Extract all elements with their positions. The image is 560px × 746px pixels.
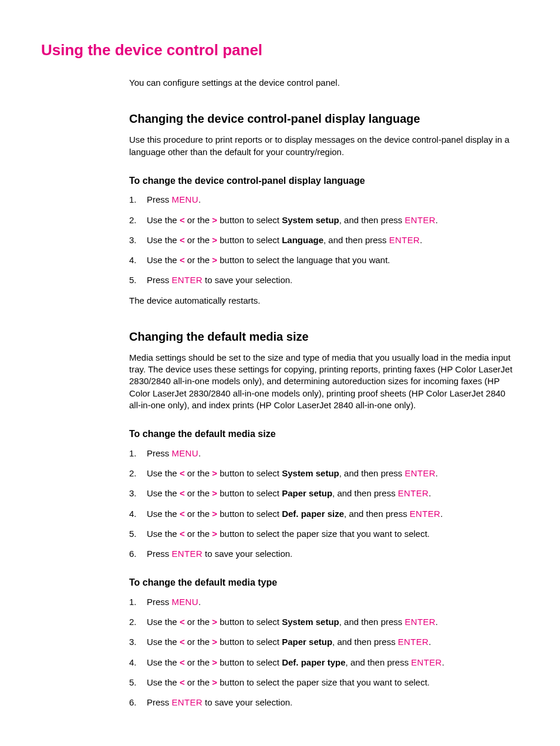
- left-arrow-icon: <: [180, 468, 185, 478]
- step: Press Enter to save your selection.: [129, 274, 519, 286]
- procedure-list: Press Menu. Use the < or the > button to…: [129, 194, 519, 286]
- key-enter: Enter: [398, 637, 429, 647]
- step: Use the < or the > button to select the …: [129, 254, 519, 266]
- right-arrow-icon: >: [212, 255, 217, 265]
- section-body: Use this procedure to print reports or t…: [129, 134, 519, 158]
- left-arrow-icon: <: [180, 215, 185, 225]
- key-enter: Enter: [172, 275, 203, 285]
- left-arrow-icon: <: [180, 657, 185, 667]
- content-body: You can configure settings at the device…: [129, 77, 519, 708]
- note-text: The device automatically restarts.: [129, 295, 519, 307]
- key-enter: Enter: [404, 617, 435, 627]
- subsection-heading: To change the default media size: [129, 428, 519, 441]
- key-enter: Enter: [172, 697, 203, 707]
- key-menu: Menu: [172, 597, 198, 607]
- step: Use the < or the > button to select Def.…: [129, 657, 519, 668]
- left-arrow-icon: <: [180, 509, 185, 519]
- intro-text: You can configure settings at the device…: [129, 77, 519, 89]
- step: Press Enter to save your selection.: [129, 697, 519, 708]
- step: Use the < or the > button to select the …: [129, 528, 519, 540]
- right-arrow-icon: >: [212, 677, 217, 687]
- step: Press Menu.: [129, 448, 519, 459]
- right-arrow-icon: >: [212, 468, 217, 478]
- section-heading-media: Changing the default media size: [129, 329, 519, 345]
- key-enter: Enter: [404, 215, 435, 225]
- step: Use the < or the > button to select Lang…: [129, 234, 519, 246]
- step: Use the < or the > button to select Syst…: [129, 616, 519, 628]
- step: Use the < or the > button to select the …: [129, 677, 519, 688]
- section-body: Media settings should be set to the size…: [129, 352, 519, 411]
- right-arrow-icon: >: [212, 215, 217, 225]
- key-enter: Enter: [172, 549, 203, 559]
- step: Press Menu.: [129, 596, 519, 608]
- left-arrow-icon: <: [180, 255, 185, 265]
- step: Use the < or the > button to select Syst…: [129, 468, 519, 479]
- procedure-list: Press Menu. Use the < or the > button to…: [129, 448, 519, 560]
- right-arrow-icon: >: [212, 509, 217, 519]
- left-arrow-icon: <: [180, 617, 185, 627]
- left-arrow-icon: <: [180, 677, 185, 687]
- right-arrow-icon: >: [212, 488, 217, 498]
- step: Use the < or the > button to select Pape…: [129, 488, 519, 499]
- key-enter: Enter: [398, 488, 429, 498]
- left-arrow-icon: <: [180, 488, 185, 498]
- procedure-list: Press Menu. Use the < or the > button to…: [129, 596, 519, 709]
- right-arrow-icon: >: [212, 235, 217, 245]
- left-arrow-icon: <: [180, 529, 185, 539]
- left-arrow-icon: <: [180, 637, 185, 647]
- step: Use the < or the > button to select Def.…: [129, 508, 519, 520]
- step: Press Enter to save your selection.: [129, 548, 519, 560]
- section-heading-language: Changing the device control-panel displa…: [129, 111, 519, 127]
- key-enter: Enter: [404, 468, 435, 478]
- right-arrow-icon: >: [212, 657, 217, 667]
- key-enter: Enter: [389, 235, 420, 245]
- step: Use the < or the > button to select Syst…: [129, 214, 519, 226]
- page-title: Using the device control panel: [41, 40, 519, 61]
- key-menu: Menu: [172, 194, 198, 204]
- step: Press Menu.: [129, 194, 519, 206]
- subsection-heading: To change the device control-panel displ…: [129, 174, 519, 187]
- step: Use the < or the > button to select Pape…: [129, 636, 519, 648]
- right-arrow-icon: >: [212, 637, 217, 647]
- key-enter: Enter: [410, 509, 440, 519]
- right-arrow-icon: >: [212, 617, 217, 627]
- key-menu: Menu: [172, 448, 198, 458]
- key-enter: Enter: [411, 657, 441, 667]
- subsection-heading: To change the default media type: [129, 576, 519, 589]
- right-arrow-icon: >: [212, 529, 217, 539]
- left-arrow-icon: <: [180, 235, 185, 245]
